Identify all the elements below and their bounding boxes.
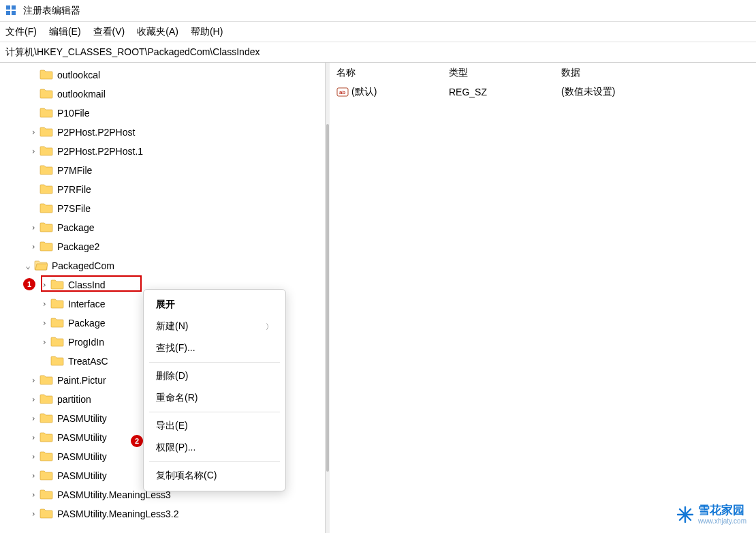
folder-icon: [49, 279, 67, 292]
tree-label: PASMUtility: [56, 412, 108, 425]
titlebar: 注册表编辑器: [0, 0, 756, 22]
tree-item[interactable]: ·P7RFile: [0, 180, 325, 199]
expand-toggle[interactable]: ›: [29, 452, 38, 461]
expand-toggle[interactable]: ›: [29, 490, 38, 500]
tree-item[interactable]: ›Package2: [0, 237, 325, 256]
cm-expand[interactable]: 展开: [144, 294, 285, 316]
expand-toggle[interactable]: ›: [29, 376, 38, 385]
values-panel[interactable]: 名称 类型 数据 ab (默认) REG_SZ (数值未设置): [330, 63, 756, 533]
regedit-icon: [5, 5, 18, 17]
value-row[interactable]: ab (默认) REG_SZ (数值未设置): [336, 83, 756, 101]
tree-label: P7RFile: [56, 183, 93, 196]
tree-label: Package: [67, 317, 106, 329]
snowflake-icon: [676, 506, 694, 523]
col-data[interactable]: 数据: [561, 67, 756, 79]
expand-toggle[interactable]: ›: [29, 147, 38, 156]
value-data: (数值未设置): [561, 86, 756, 98]
tree-label: PackagedCom: [50, 260, 116, 272]
menu-view[interactable]: 查看(V): [93, 26, 125, 38]
expand-toggle[interactable]: ›: [40, 280, 49, 290]
tree-item[interactable]: ›PASMUtility.MeaningLess3.2: [0, 504, 325, 523]
tree-label: PASMUtility: [56, 451, 108, 463]
tree-label: Package: [56, 222, 95, 234]
expand-toggle[interactable]: ›: [29, 433, 38, 442]
tree-item[interactable]: ›P2PHost.P2PHost.1: [0, 142, 325, 161]
cm-permissions[interactable]: 权限(P)...: [144, 437, 285, 459]
collapse-toggle[interactable]: ⌄: [23, 261, 33, 271]
col-name[interactable]: 名称: [336, 67, 449, 79]
tree-label: P7SFile: [56, 202, 92, 215]
expand-toggle[interactable]: ›: [29, 127, 38, 137]
expand-toggle[interactable]: ›: [29, 395, 38, 404]
folder-icon: [38, 164, 56, 177]
tree-label: TreatAsC: [67, 355, 110, 367]
address-bar[interactable]: 计算机\HKEY_CLASSES_ROOT\PackagedCom\ClassI…: [0, 42, 756, 63]
expand-toggle[interactable]: ›: [29, 242, 38, 252]
folder-icon: [33, 260, 50, 273]
cm-copy-key-name[interactable]: 复制项名称(C): [144, 465, 285, 487]
tree-item[interactable]: ›Package: [0, 218, 325, 237]
tree-panel[interactable]: ·outlookcal·outlookmail·P10File›P2PHost.…: [0, 63, 326, 533]
tree-item[interactable]: ·P7MFile: [0, 161, 325, 180]
expand-toggle[interactable]: ›: [29, 471, 38, 481]
tree-item[interactable]: ·outlookcal: [0, 65, 325, 85]
cm-new[interactable]: 新建(N)〉: [144, 316, 285, 337]
expand-toggle[interactable]: ›: [40, 299, 49, 309]
svg-rect-3: [12, 11, 16, 15]
menu-favorites[interactable]: 收藏夹(A): [137, 26, 178, 38]
expand-toggle[interactable]: ›: [40, 337, 49, 347]
folder-icon: [38, 126, 56, 139]
cm-export[interactable]: 导出(E): [144, 415, 285, 437]
menu-edit[interactable]: 编辑(E): [49, 26, 81, 38]
tree-item[interactable]: ·P7SFile: [0, 199, 325, 218]
cm-find[interactable]: 查找(F)...: [144, 337, 285, 359]
watermark: 雪花家园 www.xhjaty.com: [676, 504, 746, 525]
svg-rect-0: [6, 5, 10, 10]
tree-label: P7MFile: [56, 164, 93, 177]
context-menu: 展开 新建(N)〉 查找(F)... 删除(D) 重命名(R) 导出(E) 权限…: [143, 289, 286, 491]
svg-point-10: [683, 513, 688, 517]
folder-icon: [38, 431, 56, 444]
tree-item[interactable]: ›P2PHost.P2PHost: [0, 123, 325, 142]
cm-delete[interactable]: 删除(D): [144, 365, 285, 387]
tree-label: PASMUtility.MeaningLess3.2: [56, 508, 180, 520]
value-type: REG_SZ: [449, 87, 561, 97]
expand-toggle[interactable]: ›: [29, 223, 38, 232]
col-type[interactable]: 类型: [449, 67, 561, 79]
menu-file[interactable]: 文件(F): [5, 26, 37, 38]
folder-icon: [49, 298, 67, 311]
tree-item[interactable]: ·P10File: [0, 104, 325, 123]
tree-label: P2PHost.P2PHost: [56, 126, 136, 138]
tree-label: PASMUtility: [56, 431, 108, 444]
tree-label: ProgIdIn: [67, 336, 106, 348]
tree-item[interactable]: ⌄PackagedCom: [0, 256, 325, 275]
expand-toggle[interactable]: ›: [40, 318, 49, 328]
splitter[interactable]: [326, 63, 330, 533]
tree-item[interactable]: ·outlookmail: [0, 85, 325, 104]
expand-toggle[interactable]: ›: [29, 509, 38, 519]
expand-toggle[interactable]: ›: [29, 414, 38, 423]
marker-2: 2: [131, 435, 143, 447]
folder-icon: [38, 107, 56, 120]
tree-label: P10File: [56, 107, 91, 119]
tree-label: P2PHost.P2PHost.1: [56, 145, 144, 157]
folder-icon: [38, 88, 56, 101]
cm-rename[interactable]: 重命名(R): [144, 387, 285, 409]
folder-icon: [38, 69, 56, 82]
folder-icon: [38, 222, 56, 234]
address-path: 计算机\HKEY_CLASSES_ROOT\PackagedCom\ClassI…: [5, 46, 259, 59]
cm-separator: [149, 412, 280, 412]
svg-rect-2: [6, 11, 10, 15]
folder-icon: [38, 489, 56, 502]
marker-1: 1: [23, 278, 35, 290]
menu-help[interactable]: 帮助(H): [191, 26, 223, 38]
tree-label: outlookmail: [56, 88, 107, 100]
folder-icon: [38, 183, 56, 196]
cm-separator: [149, 461, 280, 462]
tree-label: ClassInd: [67, 279, 106, 291]
watermark-url: www.xhjaty.com: [698, 517, 746, 525]
tree-label: Interface: [67, 298, 106, 310]
content: ·outlookcal·outlookmail·P10File›P2PHost.…: [0, 63, 756, 533]
folder-icon: [38, 145, 56, 158]
cm-separator: [149, 362, 280, 363]
